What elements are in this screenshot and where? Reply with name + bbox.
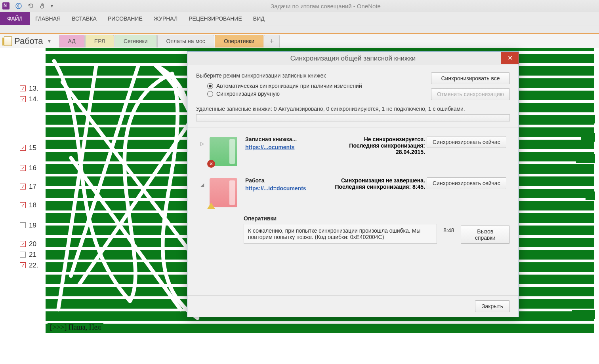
section-tab-erl[interactable]: ЕРЛ [85,35,114,47]
visible-text-fragment: [>>>] Паша, Нел [48,323,103,332]
notebook-sync-item: ◢ Работа https://...id=documents Синхрон… [196,173,510,214]
remote-status-line: Удаленные записные книжки: 0 Актуализиро… [196,106,510,112]
notebook-name: Работа [14,36,43,46]
help-button[interactable]: Вызов справки [461,226,510,244]
section-error-time: 8:48 [443,224,454,233]
highlight-chip [572,310,595,319]
line-number: 21 [29,251,39,259]
notebook-link[interactable]: https://...id=documents [245,185,306,191]
undo-button[interactable] [25,1,36,11]
notebook-name: Работа [245,177,324,184]
line-number: 17 [29,183,39,191]
radio-manual-sync[interactable]: Синхронизация вручную [207,91,362,97]
dialog-close-button[interactable]: ✕ [501,52,519,64]
ribbon-tab-view[interactable]: ВИД [248,12,270,25]
ribbon-tab-journal[interactable]: ЖУРНАЛ [148,12,183,25]
line-number: 20 [29,240,39,248]
hand-icon [39,3,46,9]
line-number: 18 [29,201,39,209]
sync-all-button[interactable]: Синхронизировать все [431,72,510,84]
notebook-thumb-icon: ✕ [210,137,237,166]
undo-icon [27,3,34,9]
notebook-status-2: Последняя синхронизация: 28.04.2015. [332,142,425,155]
back-icon [15,3,22,9]
line-number: 15 [29,144,39,152]
warning-badge-icon [207,199,215,209]
ribbon: ФАЙЛ ГЛАВНАЯ ВСТАВКА РИСОВАНИЕ ЖУРНАЛ РЕ… [0,12,599,25]
onenote-icon [2,2,10,9]
ribbon-tab-insert[interactable]: ВСТАВКА [66,12,102,25]
line-number: 13. [29,85,39,93]
highlight-chip [577,115,595,123]
quick-access-toolbar: ▾ [2,1,55,11]
notebook-thumb-icon [210,178,237,207]
dialog-title-bar[interactable]: Синхронизация общей записной книжки ✕ [187,52,519,65]
sync-progress-bar [196,114,510,121]
touch-mode-button[interactable] [37,1,48,11]
tree-toggle[interactable]: ◢ [196,177,208,188]
notebook-status-1: Не синхронизируется. [332,136,425,142]
notebook-status-1: Синхронизация не завершена. [335,177,425,184]
title-bar: ▾ Задачи по итогам совещаний - OneNote [0,0,599,12]
dialog-close-footer-button[interactable]: Закрыть [475,300,510,312]
dialog-footer: Закрыть [187,295,519,317]
section-tab-seteviki[interactable]: Сетевики [114,35,157,47]
section-error-block: Оперативки К сожалению, при попытке синх… [244,215,510,244]
radio-auto-sync[interactable]: Автоматическая синхронизация при наличии… [207,83,362,89]
notebook-icon [4,36,12,46]
back-button[interactable] [13,1,24,11]
line-number: 19 [29,222,39,229]
highlight-chip [576,154,595,163]
window-title: Задачи по итогам совещаний - OneNote [55,3,597,9]
ribbon-band [0,25,599,34]
section-tab-ad[interactable]: АД [59,35,85,47]
highlight-chip [586,191,595,200]
section-tab-add[interactable]: + [264,35,280,47]
svg-point-0 [16,3,21,9]
notebook-name: Записная книжка... [245,136,324,142]
radio-icon [207,83,213,89]
error-badge-icon: ✕ [207,160,215,168]
chevron-down-icon: ▼ [47,38,52,44]
qat-more-button[interactable]: ▾ [49,1,55,11]
notebook-link[interactable]: https://...ocuments [245,144,294,150]
section-tab-oplaty[interactable]: Оплаты на мос [157,35,214,47]
highlight-chip [581,133,595,142]
notebook-sync-item: ▷ ✕ Записная книжка... https://...ocumen… [196,132,510,173]
radio-icon [207,91,213,97]
ribbon-tab-file[interactable]: ФАЙЛ [0,12,30,25]
sync-mode-caption: Выберите режим синхронизации записных кн… [196,72,362,79]
notebook-picker[interactable]: Работа ▼ [4,36,52,46]
section-bar: Работа ▼ АД ЕРЛ Сетевики Оплаты на мос О… [0,34,599,48]
radio-manual-label: Синхронизация вручную [216,91,280,97]
sync-now-button[interactable]: Синхронизировать сейчас [427,177,506,189]
tree-toggle[interactable]: ▷ [196,136,208,146]
cancel-sync-button[interactable]: Отменить синхронизацию [431,88,510,100]
line-number: 22. [29,262,39,269]
sync-dialog: Синхронизация общей записной книжки ✕ Вы… [187,51,519,317]
line-number: 16 [29,164,39,172]
notebook-sync-list: ▷ ✕ Записная книжка... https://...ocumen… [196,127,510,244]
line-number: 14. [29,95,39,103]
radio-auto-label: Автоматическая синхронизация при наличии… [216,83,362,89]
sync-now-button[interactable]: Синхронизировать сейчас [427,136,506,148]
dialog-title: Синхронизация общей записной книжки [290,55,416,63]
close-icon: ✕ [507,54,513,62]
section-error-message: К сожалению, при попытке синхронизации п… [244,224,437,244]
section-tab-operativki[interactable]: Оперативки [215,35,263,47]
ribbon-tab-draw[interactable]: РИСОВАНИЕ [102,12,148,25]
ribbon-tab-home[interactable]: ГЛАВНАЯ [30,12,66,25]
ribbon-tab-review[interactable]: РЕЦЕНЗИРОВАНИЕ [183,12,248,25]
section-error-title: Оперативки [244,215,510,222]
notebook-status-2: Последняя синхронизация: 8:45. [335,184,425,190]
